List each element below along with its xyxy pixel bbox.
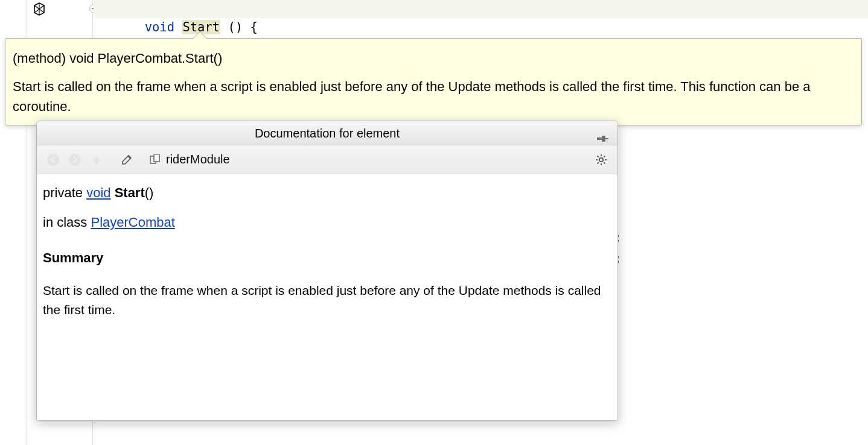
tooltip-caret-icon bbox=[193, 32, 207, 39]
edit-button[interactable] bbox=[116, 150, 137, 170]
svg-rect-2 bbox=[605, 138, 608, 139]
doc-signature: private void Start() bbox=[43, 183, 607, 203]
svg-point-4 bbox=[69, 154, 81, 166]
tooltip-signature: (method) void PlayerCombat.Start() bbox=[13, 48, 854, 68]
module-selector[interactable]: riderModule bbox=[149, 153, 230, 166]
gear-icon bbox=[595, 153, 608, 166]
unity-icon[interactable] bbox=[32, 2, 46, 16]
doc-title-bar[interactable]: Documentation for element bbox=[37, 121, 617, 145]
documentation-panel: Documentation for element bbox=[36, 121, 618, 421]
doc-in-class: in class PlayerCombat bbox=[43, 212, 607, 232]
svg-point-7 bbox=[599, 158, 603, 162]
svg-rect-6 bbox=[154, 154, 159, 162]
tooltip-body: Start is called on the frame when a scri… bbox=[13, 77, 854, 116]
module-icon bbox=[149, 154, 162, 165]
doc-toolbar: riderModule bbox=[37, 145, 617, 174]
summary-paragraph: Start is called on the frame when a scri… bbox=[43, 281, 607, 319]
svg-point-3 bbox=[47, 154, 59, 166]
quick-info-tooltip: (method) void PlayerCombat.Start() Start… bbox=[5, 38, 862, 125]
summary-heading: Summary bbox=[43, 248, 607, 268]
forward-button[interactable] bbox=[65, 150, 85, 170]
doc-title-text: Documentation for element bbox=[255, 127, 400, 140]
up-button[interactable] bbox=[86, 150, 107, 170]
code-line-start[interactable]: void Start () { bbox=[94, 0, 868, 18]
void-link[interactable]: void bbox=[86, 185, 110, 200]
svg-rect-1 bbox=[597, 137, 602, 140]
back-button[interactable] bbox=[43, 150, 63, 170]
playercombat-link[interactable]: PlayerCombat bbox=[91, 215, 174, 230]
settings-button[interactable] bbox=[591, 150, 611, 170]
doc-body[interactable]: private void Start() in class PlayerComb… bbox=[37, 174, 617, 420]
